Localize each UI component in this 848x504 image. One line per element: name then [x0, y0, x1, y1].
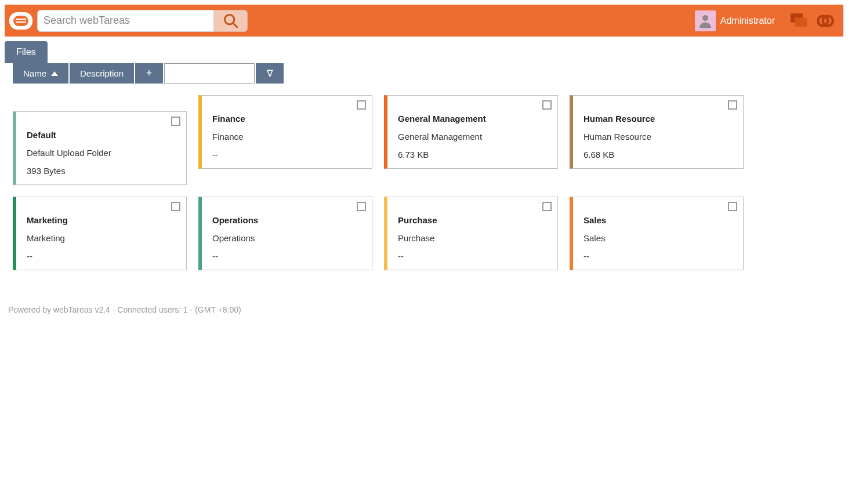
card-description: Finance	[212, 132, 361, 142]
card-checkbox[interactable]	[728, 202, 737, 211]
folder-card[interactable]: DefaultDefault Upload Folder393 Bytes	[13, 111, 187, 185]
tab-files[interactable]: Files	[5, 41, 48, 63]
user-icon	[697, 12, 714, 30]
card-title: Sales	[584, 215, 733, 225]
card-description: Operations	[212, 233, 361, 243]
add-column-button[interactable]: +	[135, 63, 163, 84]
svg-point-2	[702, 15, 708, 21]
folder-grid: DefaultDefault Upload Folder393 BytesFin…	[13, 95, 843, 270]
tab-bar: Files	[5, 41, 843, 63]
card-size: --	[398, 251, 547, 261]
card-size: --	[212, 251, 361, 261]
filter-dropdown-button[interactable]: ∇	[256, 63, 284, 84]
folder-card[interactable]: General ManagementGeneral Management6.73…	[384, 95, 558, 169]
folder-card[interactable]: Human ResourceHuman Resource6.68 KB	[570, 95, 744, 169]
card-title: Purchase	[398, 215, 547, 225]
card-checkbox[interactable]	[728, 100, 737, 110]
folder-card[interactable]: MarketingMarketing--	[13, 197, 187, 270]
search-input[interactable]	[37, 10, 214, 32]
card-title: Human Resource	[584, 114, 733, 124]
card-checkbox[interactable]	[357, 100, 366, 110]
card-size: 393 Bytes	[27, 166, 176, 176]
card-checkbox[interactable]	[171, 117, 180, 126]
footer-status: Powered by webTareas v2.4 - Connected us…	[8, 305, 843, 314]
card-description: Purchase	[398, 233, 547, 243]
svg-line-1	[233, 23, 237, 27]
card-title: Default	[27, 130, 176, 140]
toolbar: Name Description + ∇	[13, 63, 843, 84]
card-description: Sales	[584, 233, 733, 243]
chat-icon	[789, 11, 809, 31]
folder-card[interactable]: FinanceFinance--	[198, 95, 372, 169]
card-description: Human Resource	[584, 132, 733, 142]
card-size: --	[584, 251, 733, 261]
username-label[interactable]: Administrator	[720, 16, 775, 26]
svg-point-0	[224, 14, 234, 24]
search-button[interactable]	[214, 10, 248, 32]
sort-description-button[interactable]: Description	[70, 63, 134, 84]
card-checkbox[interactable]	[171, 202, 180, 211]
card-size: --	[212, 150, 361, 159]
card-description: Marketing	[27, 233, 176, 243]
card-checkbox[interactable]	[542, 202, 552, 211]
card-title: Marketing	[27, 215, 176, 225]
sort-name-button[interactable]: Name	[13, 63, 68, 84]
brand-logo[interactable]	[9, 12, 32, 30]
folder-card[interactable]: OperationsOperations--	[198, 197, 372, 270]
card-checkbox[interactable]	[542, 100, 552, 110]
search-icon	[223, 13, 239, 29]
search-box	[37, 10, 248, 32]
folder-card[interactable]: SalesSales--	[570, 197, 744, 270]
sort-name-label: Name	[23, 68, 46, 78]
card-size: 6.73 KB	[398, 150, 547, 159]
folder-card[interactable]: PurchasePurchase--	[384, 197, 558, 270]
sort-asc-icon	[51, 71, 58, 76]
card-size: 6.68 KB	[584, 150, 733, 159]
card-title: Operations	[212, 215, 361, 225]
card-checkbox[interactable]	[357, 202, 366, 211]
card-size: --	[27, 251, 176, 261]
svg-rect-4	[795, 17, 807, 27]
avatar[interactable]	[695, 10, 716, 31]
link-icon	[816, 11, 835, 31]
card-title: Finance	[212, 114, 361, 124]
app-header: Administrator	[5, 5, 843, 37]
card-title: General Management	[398, 114, 547, 124]
filter-input[interactable]	[164, 63, 255, 84]
link-button[interactable]	[816, 11, 835, 31]
card-description: General Management	[398, 132, 547, 142]
card-description: Default Upload Folder	[27, 148, 176, 158]
messages-button[interactable]	[789, 11, 809, 31]
